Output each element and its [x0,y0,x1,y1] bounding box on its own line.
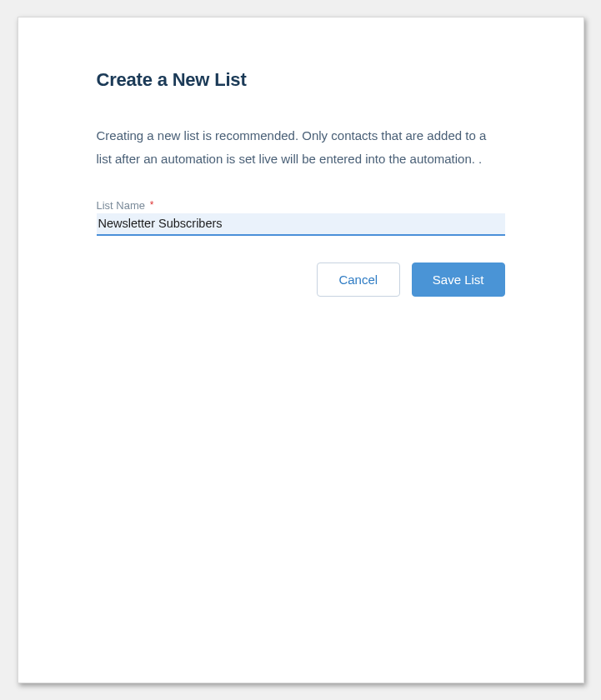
list-name-input[interactable] [97,213,505,236]
list-name-label-row: List Name * [97,199,505,212]
required-asterisk-icon: * [150,199,154,211]
cancel-button[interactable]: Cancel [317,262,400,297]
list-name-field: List Name * [97,199,505,236]
page-title: Create a New List [97,69,505,91]
save-list-button[interactable]: Save List [412,262,505,297]
list-name-label: List Name [97,199,146,212]
button-row: Cancel Save List [97,262,505,297]
description-text: Creating a new list is recommended. Only… [97,124,505,171]
create-list-panel: Create a New List Creating a new list is… [18,17,584,683]
